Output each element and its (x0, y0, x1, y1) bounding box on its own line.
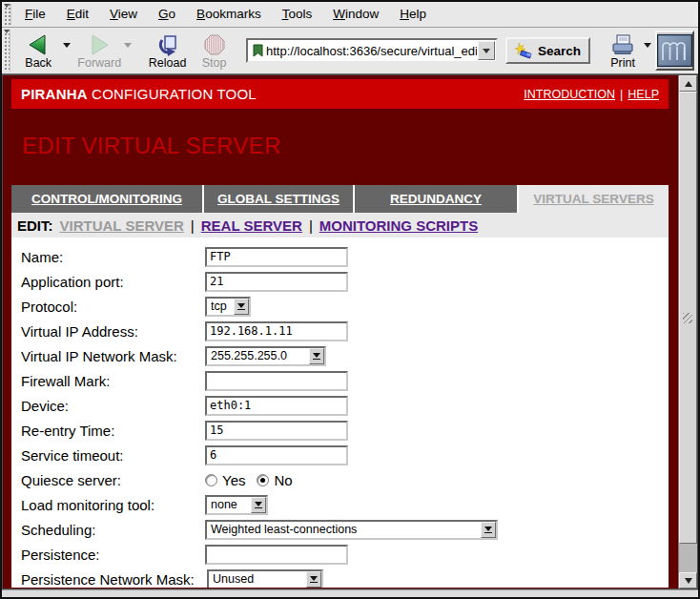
tab-redundancy[interactable]: REDUNDANCY (355, 185, 519, 213)
url-bar (246, 38, 498, 63)
page-proxy-icon[interactable] (251, 44, 265, 58)
navigation-toolbar: Back Forward (2, 28, 698, 74)
form-row: Protocol: tcp (21, 294, 669, 319)
piranha-header-bar: PIRANHA CONFIGURATION TOOL INTRODUCTION … (11, 79, 669, 109)
service-timeout-field[interactable] (205, 445, 348, 465)
form-row: Quiesce server: Yes No (21, 467, 669, 492)
form-row: Firewall Mark: (21, 368, 669, 393)
forward-button[interactable]: Forward (74, 30, 124, 72)
mozilla-logo-button[interactable] (655, 31, 694, 71)
form-row: Application port: (21, 269, 669, 294)
print-dropdown-caret[interactable] (644, 43, 651, 48)
form-row: Re-entry Time: (21, 418, 669, 443)
reload-icon (156, 32, 179, 56)
forward-dropdown-caret[interactable] (124, 43, 132, 48)
scroll-up-button[interactable] (679, 75, 697, 92)
browser-window: File Edit View Go Bookmarks Tools Window… (0, 0, 700, 599)
name-field[interactable] (205, 247, 348, 267)
reentry-time-field[interactable] (205, 421, 348, 441)
form-row: Service timeout: (21, 443, 669, 467)
back-button[interactable]: Back (13, 30, 63, 72)
select-arrow-icon (481, 522, 496, 538)
arrow-down-icon (685, 578, 692, 584)
toolbar-grippy[interactable] (3, 4, 11, 25)
form-row: Virtual IP Address: (21, 319, 669, 343)
arrow-up-icon (685, 81, 692, 87)
tab-virtual-servers[interactable]: VIRTUAL SERVERS (519, 185, 669, 213)
menu-bookmarks[interactable]: Bookmarks (186, 3, 272, 26)
piranha-page: PIRANHA CONFIGURATION TOOL INTRODUCTION … (3, 75, 678, 589)
firewall-mark-field[interactable] (205, 371, 348, 391)
form-row: Persistence: (21, 542, 669, 567)
menu-tools[interactable]: Tools (272, 3, 323, 26)
page-title: EDIT VIRTUAL SERVER (22, 133, 669, 159)
select-arrow-icon (251, 497, 266, 513)
form-row: Virtual IP Network Mask: 255.255.255.0 (21, 343, 669, 368)
form-row: Persistence Network Mask: Unused (21, 567, 669, 588)
virtual-ip-netmask-select[interactable]: 255.255.255.0 (205, 346, 326, 366)
mozilla-logo-icon (657, 34, 692, 67)
print-icon (610, 32, 635, 56)
form-row: Name: (21, 244, 669, 269)
search-button[interactable]: Search (505, 37, 590, 64)
piranha-brand: PIRANHA CONFIGURATION TOOL (21, 86, 257, 102)
application-port-field[interactable] (205, 272, 348, 292)
device-field[interactable] (205, 396, 348, 416)
menu-file[interactable]: File (14, 3, 56, 26)
main-tabs: CONTROL/MONITORING GLOBAL SETTINGS REDUN… (11, 185, 669, 213)
reload-button[interactable]: Reload (145, 30, 190, 72)
window-bottom-frame (2, 589, 698, 595)
select-arrow-icon (234, 299, 249, 315)
tab-control-monitoring[interactable]: CONTROL/MONITORING (11, 185, 204, 213)
back-icon (27, 32, 50, 56)
print-button[interactable]: Print (602, 30, 644, 72)
url-history-dropdown[interactable] (478, 41, 495, 60)
menu-edit[interactable]: Edit (56, 3, 99, 26)
scrollbar-thumb[interactable] (679, 92, 697, 544)
select-arrow-icon (309, 348, 324, 364)
toolbar-grippy[interactable] (3, 30, 10, 72)
header-link-separator: | (620, 88, 623, 101)
browser-content-area: PIRANHA CONFIGURATION TOOL INTRODUCTION … (2, 74, 698, 589)
back-dropdown-caret[interactable] (63, 43, 71, 48)
tab-global-settings[interactable]: GLOBAL SETTINGS (204, 185, 355, 213)
edit-subnav: EDIT: VIRTUAL SERVER | REAL SERVER | MON… (11, 213, 669, 238)
stop-button[interactable]: Stop (192, 30, 237, 72)
virtual-ip-field[interactable] (205, 321, 348, 341)
url-input[interactable] (265, 44, 478, 58)
quiesce-yes-radio[interactable] (205, 474, 217, 486)
quiesce-no-radio[interactable] (257, 474, 269, 486)
load-monitoring-select[interactable]: none (205, 495, 268, 515)
form-row: Load monitoring tool: none (21, 492, 669, 517)
subnav-virtual-server-current: VIRTUAL SERVER (60, 217, 184, 234)
introduction-link[interactable]: INTRODUCTION (524, 88, 615, 101)
menu-bar: File Edit View Go Bookmarks Tools Window… (2, 2, 698, 28)
subnav-real-server-link[interactable]: REAL SERVER (201, 217, 302, 234)
menu-window[interactable]: Window (322, 3, 389, 26)
protocol-select[interactable]: tcp (205, 297, 251, 317)
stop-icon (203, 32, 226, 56)
form-row: Device: (21, 393, 669, 418)
scroll-down-button[interactable] (679, 572, 697, 589)
persistence-netmask-select[interactable]: Unused (207, 569, 323, 589)
vertical-scrollbar (678, 75, 697, 589)
help-link[interactable]: HELP (628, 88, 659, 101)
select-arrow-icon (306, 571, 321, 588)
subnav-prefix: EDIT: (17, 217, 53, 234)
persistence-field[interactable] (205, 545, 348, 565)
subnav-monitoring-scripts-link[interactable]: MONITORING SCRIPTS (319, 217, 478, 234)
menu-view[interactable]: View (99, 3, 148, 26)
search-icon (515, 42, 534, 59)
forward-icon (88, 32, 111, 56)
virtual-server-form: Name: Application port: Protocol: tcp Vi… (11, 238, 669, 588)
menu-help[interactable]: Help (389, 3, 437, 26)
menu-go[interactable]: Go (148, 3, 186, 26)
form-row: Scheduling: Weighted least-connections (21, 517, 669, 542)
scheduling-select[interactable]: Weighted least-connections (205, 520, 498, 540)
